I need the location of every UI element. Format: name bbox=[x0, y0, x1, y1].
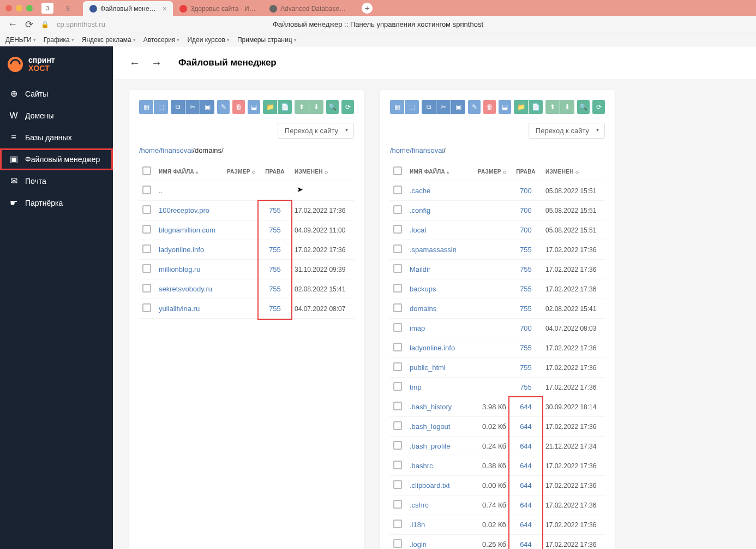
select-all-checkbox[interactable] bbox=[393, 166, 402, 175]
col-size[interactable]: РАЗМЕР◇ bbox=[471, 162, 509, 181]
row-checkbox[interactable] bbox=[142, 303, 151, 312]
file-permissions[interactable]: 700 bbox=[520, 187, 532, 195]
row-checkbox[interactable] bbox=[393, 402, 402, 410]
row-checkbox[interactable] bbox=[393, 480, 402, 489]
row-checkbox[interactable] bbox=[393, 343, 402, 351]
col-mod[interactable]: ИЗМЕНЕН◇ bbox=[542, 162, 605, 181]
file-permissions[interactable]: 755 bbox=[520, 285, 532, 293]
row-checkbox[interactable] bbox=[393, 244, 402, 253]
file-permissions[interactable]: 755 bbox=[520, 305, 532, 313]
site-dropdown[interactable]: Переход к сайту bbox=[529, 123, 605, 139]
row-checkbox[interactable] bbox=[393, 186, 402, 194]
bookmark-folder[interactable]: Графика bbox=[44, 36, 74, 44]
file-name[interactable]: backups bbox=[406, 279, 471, 299]
row-checkbox[interactable] bbox=[393, 520, 402, 528]
edit-button[interactable]: ✎ bbox=[217, 100, 230, 114]
search-button[interactable]: 🔍 bbox=[577, 100, 590, 114]
reload-icon[interactable]: ⟳ bbox=[25, 19, 33, 31]
copy-button[interactable]: ⧉ bbox=[171, 100, 185, 114]
file-name[interactable]: ladyonline.info bbox=[406, 338, 471, 358]
table-row[interactable]: .config70005.08.2022 15:51 bbox=[390, 201, 605, 220]
table-row[interactable]: yulialitvina.ru75504.07.2022 08:07 bbox=[139, 299, 354, 319]
file-name[interactable]: .bash_profile bbox=[406, 437, 471, 456]
table-row[interactable]: imap70004.07.2022 08:03 bbox=[390, 319, 605, 338]
table-row[interactable]: blognamillion.com75504.09.2022 11:00 bbox=[139, 220, 354, 240]
new-folder-button[interactable]: 📁 bbox=[514, 100, 528, 114]
table-row[interactable]: .bashrc0.38 Кб64417.02.2022 17:36 bbox=[390, 456, 605, 476]
file-name[interactable]: millionblog.ru bbox=[155, 260, 220, 279]
bookmark-folder[interactable]: Идеи курсов bbox=[187, 36, 229, 44]
file-permissions[interactable]: 644 bbox=[520, 501, 532, 509]
file-permissions[interactable]: 700 bbox=[520, 206, 532, 214]
row-checkbox[interactable] bbox=[393, 264, 402, 273]
table-row[interactable]: .bash_logout0.02 Кб64417.02.2022 17:36 bbox=[390, 417, 605, 437]
tab-site-health[interactable]: Здоровье сайта - Инфо bbox=[173, 1, 263, 16]
file-permissions[interactable]: 755 bbox=[520, 344, 532, 352]
back-icon[interactable]: ← bbox=[8, 19, 17, 30]
file-name[interactable]: .config bbox=[406, 201, 471, 220]
file-name[interactable]: sekretsvobody.ru bbox=[155, 279, 220, 299]
upload-button[interactable]: ⬆ bbox=[295, 100, 309, 114]
table-row[interactable]: .spamassassin75517.02.2022 17:36 bbox=[390, 240, 605, 260]
row-checkbox[interactable] bbox=[393, 461, 402, 469]
table-row[interactable]: ladyonline.info75517.02.2022 17:36 bbox=[139, 240, 354, 260]
archive-button[interactable]: ⬓ bbox=[248, 100, 260, 114]
sidebar-item-почта[interactable]: ✉Почта bbox=[0, 170, 113, 192]
col-name[interactable]: ИМЯ ФАЙЛА▴ bbox=[406, 162, 471, 181]
row-checkbox[interactable] bbox=[393, 284, 402, 293]
file-name[interactable]: domains bbox=[406, 299, 471, 319]
table-row[interactable]: .login0.25 Кб64417.02.2022 17:36 bbox=[390, 535, 605, 550]
logo[interactable]: спринт XOCT bbox=[0, 46, 113, 83]
row-checkbox[interactable] bbox=[393, 303, 402, 312]
breadcrumb-link[interactable]: finansovai bbox=[412, 146, 444, 154]
file-name[interactable]: .bashrc bbox=[406, 456, 471, 476]
breadcrumb-link[interactable]: finansovai bbox=[161, 146, 193, 154]
file-name[interactable]: public_html bbox=[406, 358, 471, 378]
refresh-button[interactable]: ⟳ bbox=[341, 100, 354, 114]
sidebar-item-партнёрка[interactable]: ☛Партнёрка bbox=[0, 192, 113, 214]
archive-button[interactable]: ⬓ bbox=[499, 100, 511, 114]
table-row[interactable]: ladyonline.info75517.02.2022 17:36 bbox=[390, 338, 605, 358]
table-row[interactable]: .bash_profile0.24 Кб64421.12.2022 17:34 bbox=[390, 437, 605, 456]
file-name[interactable]: .. bbox=[155, 181, 220, 201]
table-row[interactable]: public_html75517.02.2022 17:36 bbox=[390, 358, 605, 378]
table-row[interactable]: 100receptov.pro75517.02.2022 17:36 bbox=[139, 201, 354, 220]
file-permissions[interactable]: 755 bbox=[520, 363, 532, 372]
new-file-button[interactable]: 📄 bbox=[529, 100, 543, 114]
minimize-window-icon[interactable] bbox=[16, 5, 22, 11]
file-permissions[interactable]: 755 bbox=[269, 265, 281, 273]
nav-forward-button[interactable]: → bbox=[151, 57, 162, 69]
file-name[interactable]: .clipboard.txt bbox=[406, 476, 471, 496]
col-mod[interactable]: ИЗМЕНЕН◇ bbox=[291, 162, 354, 181]
table-row[interactable]: .clipboard.txt0.00 Кб64417.02.2022 17:36 bbox=[390, 476, 605, 496]
file-name[interactable]: Maildir bbox=[406, 260, 471, 279]
paste-button[interactable]: ▣ bbox=[200, 100, 214, 114]
file-permissions[interactable]: 644 bbox=[520, 422, 532, 431]
table-row[interactable]: Maildir75517.02.2022 17:36 bbox=[390, 260, 605, 279]
new-file-button[interactable]: 📄 bbox=[278, 100, 292, 114]
file-name[interactable]: .cache bbox=[406, 181, 471, 201]
file-permissions[interactable]: 755 bbox=[269, 206, 281, 214]
row-checkbox[interactable] bbox=[393, 441, 402, 450]
tab-count-icon[interactable]: 3 bbox=[41, 3, 53, 14]
new-tab-button[interactable]: + bbox=[362, 3, 373, 14]
file-name[interactable]: .spamassassin bbox=[406, 240, 471, 260]
sidebar-item-базы-данных[interactable]: ≡Базы данных bbox=[0, 127, 113, 148]
tab-file-manager[interactable]: Файловый менеджер × bbox=[83, 1, 173, 16]
row-checkbox[interactable] bbox=[393, 421, 402, 430]
bookmark-folder[interactable]: Автосерия bbox=[143, 36, 180, 44]
file-permissions[interactable]: 700 bbox=[520, 226, 532, 234]
nav-back-button[interactable]: ← bbox=[129, 57, 140, 69]
file-name[interactable]: .cshrc bbox=[406, 496, 471, 515]
maximize-window-icon[interactable] bbox=[26, 5, 33, 11]
table-row[interactable]: backups75517.02.2022 17:36 bbox=[390, 279, 605, 299]
delete-button[interactable]: 🗑 bbox=[232, 100, 245, 114]
table-row[interactable]: sekretsvobody.ru75502.08.2022 15:41 bbox=[139, 279, 354, 299]
table-row[interactable]: .. bbox=[139, 181, 354, 201]
row-checkbox[interactable] bbox=[142, 186, 151, 194]
cut-button[interactable]: ✂ bbox=[185, 100, 200, 114]
file-name[interactable]: ladyonline.info bbox=[155, 240, 220, 260]
file-permissions[interactable]: 644 bbox=[520, 442, 532, 450]
row-checkbox[interactable] bbox=[393, 323, 402, 332]
tab-db-cleaner[interactable]: Advanced Database Clea bbox=[263, 1, 353, 16]
